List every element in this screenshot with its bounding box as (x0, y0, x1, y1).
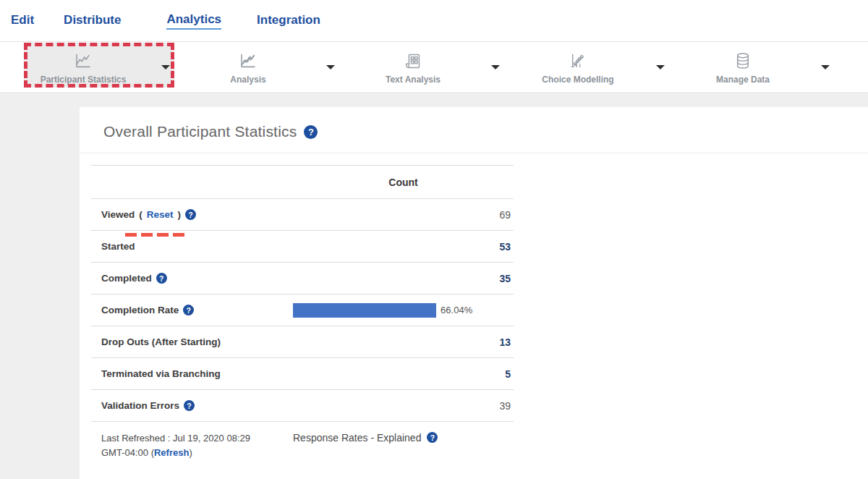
tool-group-text-analysis: Text Analysis (347, 42, 512, 93)
row-label: Viewed (101, 209, 135, 220)
row-count: 69 (293, 209, 514, 221)
help-icon[interactable]: ? (183, 305, 194, 315)
row-label-cell: Terminated via Branching (91, 368, 293, 379)
tool-group-participant-statistics: Participant Statistics (17, 42, 182, 93)
table-row-viewed: Viewed ( Reset ) ? 69 (91, 199, 514, 231)
participant-statistics-table: Count Viewed ( Reset ) ? 69 Started 53 C… (91, 165, 514, 460)
text-analysis-button[interactable]: Text Analysis (347, 42, 479, 93)
table-row-terminated: Terminated via Branching 5 (91, 358, 514, 390)
row-count: 53 (293, 241, 514, 253)
table-header-row: Count (91, 165, 514, 199)
help-icon[interactable]: ? (304, 125, 318, 139)
top-navbar: Edit Distribute Analytics Integration (0, 0, 868, 41)
participant-statistics-dropdown[interactable] (149, 42, 182, 93)
tool-group-manage-data: Manage Data (677, 42, 842, 93)
nav-item-analytics[interactable]: Analytics (166, 12, 221, 30)
annotation-dashed-underline (125, 233, 185, 237)
row-label-cell: Viewed ( Reset ) ? (91, 209, 293, 220)
completion-rate-bar-fill (293, 303, 436, 318)
row-label-cell: Completion Rate ? (91, 305, 293, 315)
tool-label: Choice Modelling (542, 75, 613, 85)
analytics-toolbar: Participant Statistics Analysis (0, 41, 868, 93)
row-label-cell: Drop Outs (After Starting) (91, 336, 293, 347)
statistics-card: Overall Participant Statistics ? Count V… (80, 107, 868, 479)
gmt-suffix: ) (189, 447, 192, 458)
scatter-trend-icon (567, 51, 589, 71)
last-refreshed-line1: Last Refreshed : Jul 19, 2020 08:29 (101, 433, 250, 444)
response-rates-label: Response Rates - Explained (293, 432, 421, 444)
help-icon[interactable]: ? (156, 273, 167, 284)
table-row-completed: Completed ? 35 (91, 263, 514, 294)
table-row-drop-outs: Drop Outs (After Starting) 13 (91, 326, 514, 358)
help-icon[interactable]: ? (184, 400, 195, 411)
row-label: Completed (101, 273, 152, 284)
line-chart-icon (72, 51, 94, 71)
paren-open: ( (139, 209, 142, 220)
response-rates-row: Response Rates - Explained ? (293, 431, 514, 460)
row-count: 39 (293, 400, 514, 412)
help-icon[interactable]: ? (427, 432, 438, 443)
nav-item-distribute[interactable]: Distribute (64, 13, 121, 29)
participant-statistics-button[interactable]: Participant Statistics (17, 42, 149, 93)
row-label-cell: Completed ? (91, 273, 293, 284)
title-divider (80, 153, 868, 153)
tool-group-choice-modelling: Choice Modelling (512, 42, 677, 93)
row-label: Started (101, 241, 135, 252)
row-label: Terminated via Branching (101, 368, 221, 379)
completion-rate-bar-track: 66.04% (293, 303, 510, 318)
completion-rate-cell: 66.04% (293, 303, 514, 318)
last-refreshed-text: Last Refreshed : Jul 19, 2020 08:29 GMT-… (91, 431, 293, 460)
paren-close: ) (178, 209, 182, 220)
page-title: Overall Participant Statistics (103, 123, 297, 140)
row-count: 35 (293, 273, 514, 284)
tool-group-analysis: Analysis (182, 42, 347, 93)
table-row-validation-errors: Validation Errors ? 39 (91, 390, 514, 422)
tool-label: Analysis (230, 75, 265, 85)
chevron-down-icon (326, 65, 335, 69)
chevron-down-icon (656, 65, 665, 69)
manage-data-dropdown[interactable] (809, 42, 842, 93)
nav-item-edit[interactable]: Edit (11, 13, 34, 29)
tool-label: Text Analysis (386, 75, 441, 85)
row-label: Completion Rate (101, 305, 179, 315)
chevron-down-icon (491, 65, 500, 69)
text-analysis-dropdown[interactable] (479, 42, 512, 93)
manage-data-button[interactable]: Manage Data (677, 42, 809, 93)
tool-label: Manage Data (716, 75, 770, 85)
gmt-prefix: GMT-04:00 ( (101, 447, 154, 458)
nav-item-integration[interactable]: Integration (257, 13, 320, 29)
row-label: Drop Outs (After Starting) (101, 336, 221, 347)
document-grid-icon (402, 51, 424, 71)
row-label: Validation Errors (101, 400, 179, 411)
reset-link[interactable]: Reset (147, 209, 174, 220)
completion-rate-value: 66.04% (441, 305, 472, 315)
chevron-down-icon (821, 65, 830, 69)
row-count: 13 (293, 336, 514, 348)
refresh-link[interactable]: Refresh (154, 447, 189, 458)
card-title-row: Overall Participant Statistics ? (80, 107, 868, 140)
row-label-cell: Validation Errors ? (91, 400, 293, 411)
analysis-dropdown[interactable] (314, 42, 347, 93)
chevron-down-icon (161, 65, 170, 69)
table-row-completion-rate: Completion Rate ? 66.04% (91, 294, 514, 326)
table-footer-row: Last Refreshed : Jul 19, 2020 08:29 GMT-… (91, 422, 514, 460)
help-icon[interactable]: ? (185, 209, 196, 220)
database-icon (732, 51, 754, 71)
row-count: 5 (293, 368, 514, 380)
choice-modelling-dropdown[interactable] (644, 42, 677, 93)
tool-label: Participant Statistics (41, 75, 127, 85)
count-column-header: Count (293, 177, 514, 188)
row-label-cell: Started (91, 241, 293, 252)
analysis-button[interactable]: Analysis (182, 42, 314, 93)
line-chart-icon (237, 51, 259, 71)
choice-modelling-button[interactable]: Choice Modelling (512, 42, 644, 93)
